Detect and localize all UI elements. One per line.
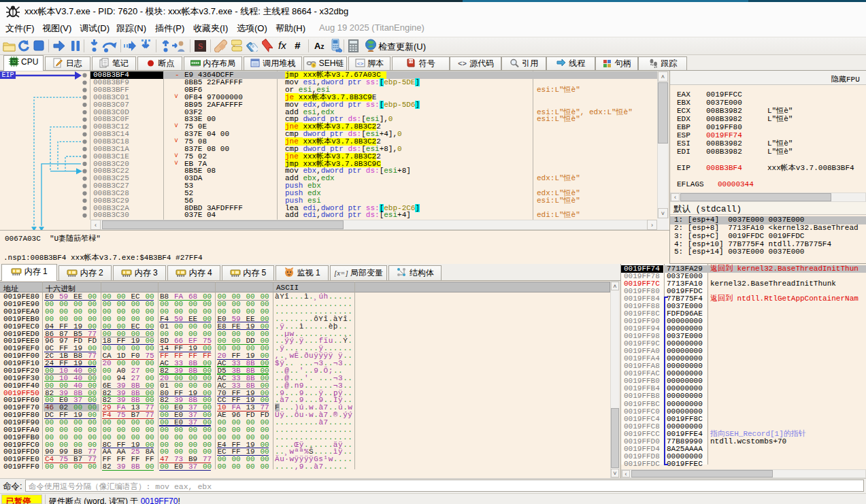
svg-text:<>: <> <box>458 60 467 68</box>
svg-text:S: S <box>198 41 203 51</box>
svg-text:32: 32 <box>12 59 17 64</box>
svg-text:<>: <> <box>357 61 364 67</box>
